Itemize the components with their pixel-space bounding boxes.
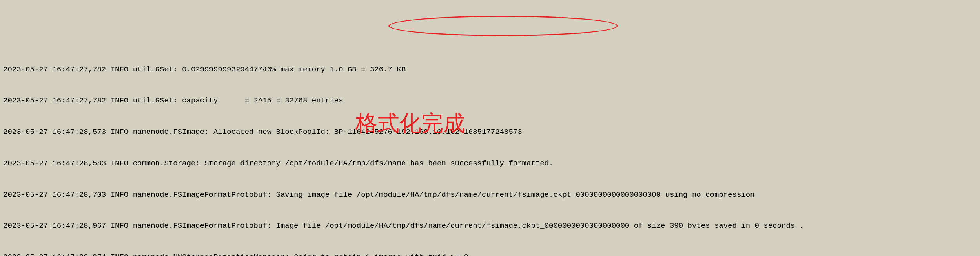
log-line: 2023-05-27 16:47:28,974 INFO namenode.NN… [3, 252, 977, 256]
log-line: 2023-05-27 16:47:27,782 INFO util.GSet: … [3, 95, 977, 106]
annotation-circle [388, 16, 618, 36]
log-line: 2023-05-27 16:47:28,967 INFO namenode.FS… [3, 221, 977, 231]
log-line: 2023-05-27 16:47:28,573 INFO namenode.FS… [3, 127, 977, 137]
terminal-output: 2023-05-27 16:47:27,782 INFO util.GSet: … [3, 43, 977, 256]
log-line: 2023-05-27 16:47:27,782 INFO util.GSet: … [3, 64, 977, 75]
log-line: 2023-05-27 16:47:28,703 INFO namenode.FS… [3, 190, 977, 200]
log-line: 2023-05-27 16:47:28,583 INFO common.Stor… [3, 158, 977, 169]
